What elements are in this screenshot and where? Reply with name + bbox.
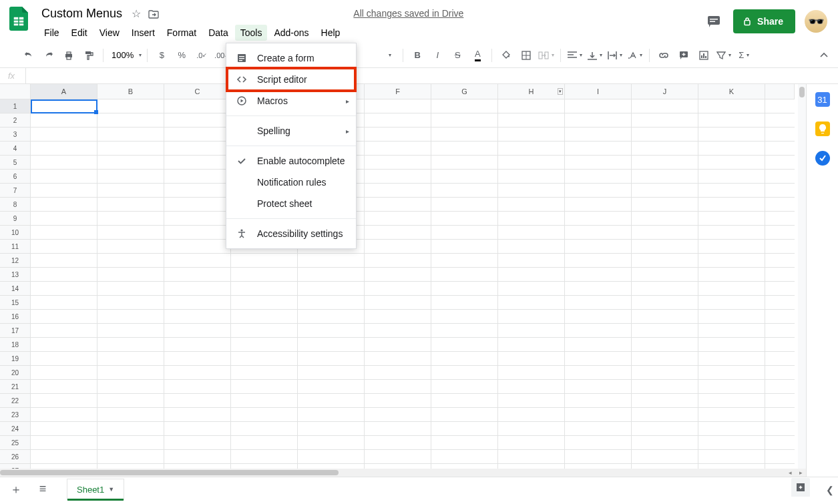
cell[interactable] [498, 282, 565, 296]
cell[interactable] [164, 310, 231, 324]
cell[interactable] [698, 254, 765, 268]
cell[interactable] [97, 394, 164, 408]
cell[interactable] [298, 338, 365, 352]
column-header[interactable]: B [97, 84, 164, 99]
cell[interactable] [698, 296, 765, 310]
cell[interactable] [765, 170, 795, 184]
cell[interactable] [565, 282, 632, 296]
add-sheet-button[interactable]: ＋ [5, 480, 27, 499]
cell[interactable] [365, 282, 431, 296]
cell[interactable] [231, 394, 298, 408]
cell[interactable] [431, 436, 498, 450]
cell[interactable] [164, 408, 231, 422]
cell[interactable] [31, 198, 97, 212]
cell[interactable] [632, 240, 698, 254]
cell[interactable] [632, 450, 698, 464]
cell[interactable] [632, 394, 698, 408]
cell[interactable] [31, 268, 97, 282]
cell[interactable] [431, 268, 498, 282]
cell[interactable] [431, 254, 498, 268]
cell[interactable] [231, 310, 298, 324]
cell[interactable] [565, 324, 632, 338]
row-header[interactable]: 9 [0, 212, 30, 226]
cell[interactable] [765, 408, 795, 422]
cell[interactable] [431, 212, 498, 226]
row-header[interactable]: 13 [0, 268, 30, 282]
cell[interactable] [31, 310, 97, 324]
cell[interactable] [632, 296, 698, 310]
cell[interactable] [698, 394, 765, 408]
menu-data[interactable]: Data [203, 25, 234, 41]
cell[interactable] [765, 226, 795, 240]
all-sheets-button[interactable]: ≡ [32, 480, 53, 499]
cell[interactable] [565, 254, 632, 268]
cell[interactable] [31, 450, 97, 464]
row-header[interactable]: 2 [0, 113, 30, 128]
cell[interactable] [632, 422, 698, 436]
column-header[interactable]: J [632, 84, 698, 99]
horizontal-align-button[interactable] [566, 47, 584, 64]
sidepanel-toggle-button[interactable]: ❮ [826, 485, 834, 495]
cell[interactable] [231, 436, 298, 450]
cell[interactable] [31, 184, 97, 198]
cell[interactable] [565, 394, 632, 408]
cell[interactable] [164, 254, 231, 268]
cell[interactable] [765, 254, 795, 268]
insert-chart-button[interactable] [695, 47, 712, 64]
cell[interactable] [698, 282, 765, 296]
cell[interactable] [365, 226, 431, 240]
cell[interactable] [97, 156, 164, 170]
cell[interactable] [431, 338, 498, 352]
cell[interactable] [431, 394, 498, 408]
cell[interactable] [765, 422, 795, 436]
menu-view[interactable]: View [94, 25, 125, 41]
column-header[interactable]: H▾ [498, 84, 565, 99]
cell[interactable] [632, 113, 698, 128]
cell[interactable] [97, 422, 164, 436]
cell[interactable] [498, 338, 565, 352]
cell[interactable] [164, 422, 231, 436]
column-header[interactable]: C [164, 84, 231, 99]
cell[interactable] [698, 338, 765, 352]
cell[interactable] [632, 254, 698, 268]
cell[interactable] [765, 240, 795, 254]
cell[interactable] [231, 296, 298, 310]
share-button[interactable]: Share [733, 9, 795, 33]
cell[interactable] [765, 282, 795, 296]
cell[interactable] [164, 450, 231, 464]
cell[interactable] [365, 240, 431, 254]
cell[interactable] [164, 170, 231, 184]
cell[interactable] [365, 324, 431, 338]
explore-button[interactable] [791, 478, 810, 497]
cell[interactable] [498, 198, 565, 212]
cell[interactable] [164, 142, 231, 156]
tools-menu-create-a-form[interactable]: Create a form [226, 47, 356, 69]
cell[interactable] [565, 99, 632, 113]
cell[interactable] [365, 156, 431, 170]
cell[interactable] [565, 366, 632, 380]
cell[interactable] [365, 310, 431, 324]
cell[interactable] [164, 282, 231, 296]
formula-bar-input[interactable] [25, 68, 830, 83]
cell[interactable] [298, 282, 365, 296]
cell[interactable] [365, 394, 431, 408]
cell[interactable] [698, 408, 765, 422]
cell[interactable] [765, 184, 795, 198]
cell[interactable] [365, 380, 431, 394]
cell[interactable] [698, 310, 765, 324]
cell[interactable] [97, 99, 164, 113]
cell[interactable] [565, 310, 632, 324]
cell[interactable] [698, 184, 765, 198]
cell[interactable] [498, 268, 565, 282]
row-header[interactable]: 18 [0, 338, 30, 352]
font-size-dropdown[interactable] [380, 47, 397, 64]
cell[interactable] [298, 394, 365, 408]
row-header[interactable]: 7 [0, 184, 30, 198]
cell[interactable] [431, 170, 498, 184]
cell[interactable] [31, 366, 97, 380]
cell[interactable] [365, 184, 431, 198]
cell[interactable] [632, 408, 698, 422]
save-status[interactable]: All changes saved in Drive [353, 5, 463, 19]
tools-menu-protect-sheet[interactable]: Protect sheet [226, 193, 356, 214]
cell[interactable] [431, 113, 498, 128]
